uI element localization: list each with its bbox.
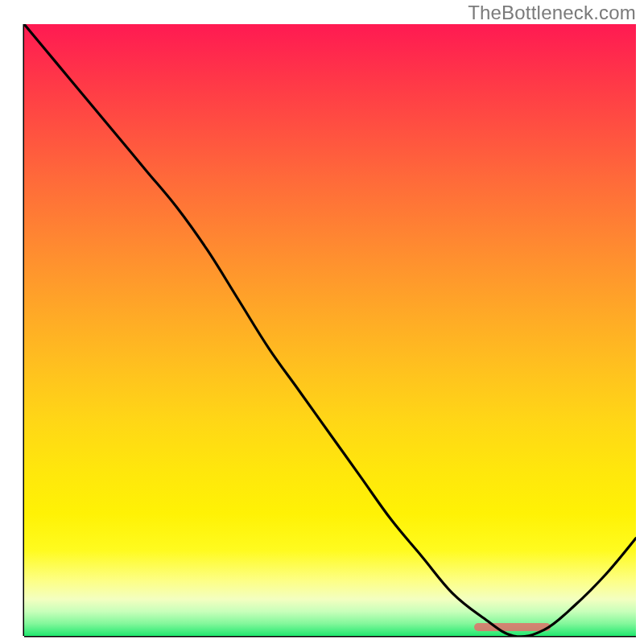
watermark-text: TheBottleneck.com <box>468 2 636 24</box>
bottleneck-curve <box>24 24 636 636</box>
plot-area <box>24 24 636 636</box>
chart-container: TheBottleneck.com <box>0 0 644 644</box>
